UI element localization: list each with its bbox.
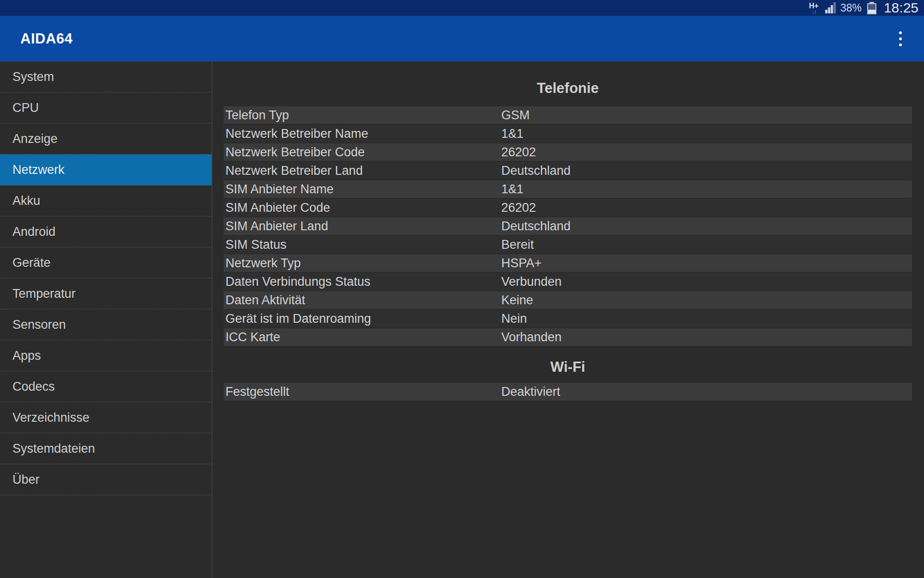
row-value: 1&1 — [501, 125, 912, 142]
section-title: Wi-Fi — [224, 347, 912, 383]
sidebar-item-label: Android — [12, 225, 55, 239]
sidebar-item-label: Apps — [12, 349, 41, 363]
sidebar-item-gerate[interactable]: Geräte — [0, 247, 212, 278]
sidebar-item-label: Akku — [12, 194, 40, 208]
row-label: Daten Verbindungs Status — [225, 273, 501, 290]
row-label: SIM Status — [225, 236, 501, 253]
aida64-app-window: H+ ↓↑ 38% 18:25 AIDA64 System CPU Anzeig… — [0, 0, 924, 578]
info-row: SIM Status Bereit — [224, 236, 912, 253]
sidebar-item-systemdateien[interactable]: Systemdateien — [0, 433, 212, 464]
sidebar-item-codecs[interactable]: Codecs — [0, 371, 212, 402]
sidebar-item-akku[interactable]: Akku — [0, 185, 212, 216]
sidebar-item-label: Netzwerk — [12, 163, 65, 177]
info-row: Netzwerk Betreiber Name 1&1 — [224, 125, 912, 142]
app-title: AIDA64 — [20, 31, 73, 47]
row-label: Netzwerk Betreiber Name — [225, 125, 501, 142]
info-row: Netzwerk Betreiber Code 26202 — [224, 143, 912, 161]
row-label: Netzwerk Betreiber Land — [225, 162, 501, 179]
info-row: SIM Anbieter Name 1&1 — [224, 180, 912, 198]
row-label: Gerät ist im Datenroaming — [225, 310, 501, 327]
app-bar: AIDA64 — [0, 16, 924, 61]
row-value: 1&1 — [501, 180, 912, 198]
row-value: Keine — [501, 291, 912, 309]
row-value: Vorhanden — [501, 328, 912, 346]
status-bar: H+ ↓↑ 38% 18:25 — [0, 0, 924, 16]
row-label: Telefon Typ — [225, 106, 501, 124]
app-body: System CPU Anzeige Netzwerk Akku Android… — [0, 61, 924, 578]
row-label: SIM Anbieter Code — [225, 199, 501, 216]
info-row: Festgestellt Deaktiviert — [224, 383, 912, 400]
row-value: Deutschland — [501, 217, 912, 235]
info-row: SIM Anbieter Code 26202 — [224, 199, 912, 216]
row-value: Deaktiviert — [501, 383, 912, 400]
row-label: Netzwerk Betreiber Code — [225, 143, 501, 161]
sidebar-item-temperatur[interactable]: Temperatur — [0, 278, 212, 309]
section-wi-fi: Wi-Fi Festgestellt Deaktiviert — [224, 347, 912, 400]
sidebar-item-netzwerk[interactable]: Netzwerk — [0, 154, 212, 185]
section-rows: Telefon Typ GSM Netzwerk Betreiber Name … — [224, 106, 912, 346]
status-icons-group: H+ ↓↑ 38% 18:25 — [809, 0, 918, 16]
data-transfer-arrows-icon: ↓↑ — [811, 10, 816, 14]
mobile-network-hplus-icon: H+ ↓↑ — [809, 2, 819, 14]
row-value: GSM — [501, 106, 912, 124]
sidebar-item-android[interactable]: Android — [0, 216, 212, 247]
sidebar-item-label: CPU — [12, 101, 39, 115]
info-row: Netzwerk Betreiber Land Deutschland — [224, 162, 912, 179]
sidebar-item-anzeige[interactable]: Anzeige — [0, 123, 212, 154]
sidebar-item-cpu[interactable]: CPU — [0, 92, 212, 123]
row-label: Festgestellt — [225, 383, 501, 400]
battery-icon — [867, 2, 876, 14]
row-label: Netzwerk Typ — [225, 254, 501, 272]
sidebar-item-label: Systemdateien — [12, 442, 95, 456]
info-row: Netzwerk Typ HSPA+ — [224, 254, 912, 272]
row-label: SIM Anbieter Name — [225, 180, 501, 198]
signal-strength-icon — [825, 2, 836, 13]
sidebar-item-label: Temperatur — [12, 287, 76, 301]
section-telefonie: Telefonie Telefon Typ GSM Netzwerk Betre… — [224, 61, 912, 346]
sidebar-item-label: Über — [12, 473, 40, 487]
row-value: 26202 — [501, 143, 912, 161]
row-value: Bereit — [501, 236, 912, 253]
row-value: 26202 — [501, 199, 912, 216]
clock-label: 18:25 — [884, 0, 918, 16]
sidebar-item-sensoren[interactable]: Sensoren — [0, 309, 212, 340]
sidebar-item-label: Verzeichnisse — [12, 411, 90, 425]
sidebar-item-system[interactable]: System — [0, 61, 212, 92]
row-label: SIM Anbieter Land — [225, 217, 501, 235]
sidebar-item-label: Sensoren — [12, 318, 66, 332]
sidebar-item-uber[interactable]: Über — [0, 464, 212, 495]
info-row: Telefon Typ GSM — [224, 106, 912, 124]
sidebar-item-label: System — [12, 70, 54, 84]
sidebar-item-apps[interactable]: Apps — [0, 340, 212, 371]
content-panel: Telefonie Telefon Typ GSM Netzwerk Betre… — [213, 61, 924, 578]
info-row: Gerät ist im Datenroaming Nein — [224, 310, 912, 327]
sidebar-item-verzeichnisse[interactable]: Verzeichnisse — [0, 402, 212, 433]
info-row: Daten Aktivität Keine — [224, 291, 912, 309]
sidebar-item-label: Geräte — [12, 256, 51, 270]
row-value: HSPA+ — [501, 254, 912, 272]
row-value: Verbunden — [501, 273, 912, 290]
sidebar-item-label: Anzeige — [12, 132, 58, 146]
sidebar: System CPU Anzeige Netzwerk Akku Android… — [0, 61, 213, 578]
section-rows: Festgestellt Deaktiviert — [224, 383, 912, 400]
info-row: ICC Karte Vorhanden — [224, 328, 912, 346]
sidebar-item-label: Codecs — [12, 380, 55, 394]
battery-percent-label: 38% — [840, 2, 862, 14]
row-value: Deutschland — [501, 162, 912, 179]
row-value: Nein — [501, 310, 912, 327]
info-row: Daten Verbindungs Status Verbunden — [224, 273, 912, 290]
row-label: Daten Aktivität — [225, 291, 501, 309]
overflow-menu-icon[interactable] — [895, 27, 906, 51]
section-title: Telefonie — [224, 61, 912, 106]
row-label: ICC Karte — [225, 328, 501, 346]
info-row: SIM Anbieter Land Deutschland — [224, 217, 912, 235]
